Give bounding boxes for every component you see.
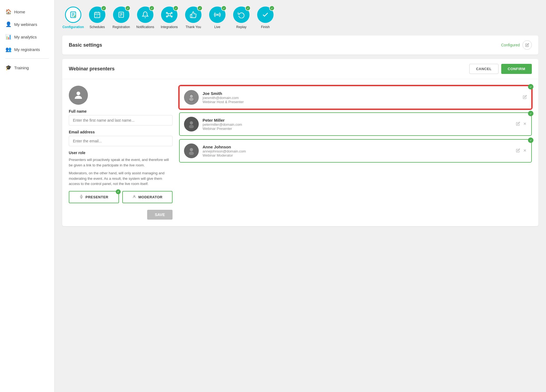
sidebar-item-my-analytics[interactable]: 📊 My analytics: [0, 31, 54, 43]
edit-icon-joe-smith[interactable]: [523, 95, 527, 100]
presenter-info-joe-smith: Joe Smith joesmith@domain.com Webinar Ho…: [203, 91, 519, 104]
sidebar-item-my-webinars[interactable]: 👤 My webinars: [0, 18, 54, 31]
step-check-registration: ✓: [125, 5, 130, 11]
basic-settings-card: Basic settings Configured: [62, 35, 538, 55]
presenter-email-peter-miller: petermiller@domain.com: [203, 122, 512, 127]
presenters-header: Webinar presenters CANCEL CONFIRM: [62, 59, 538, 79]
remove-icon-peter-miller[interactable]: [523, 122, 527, 127]
moderator-role-label: MODERATOR: [138, 195, 163, 199]
step-label-notifications: Notifications: [136, 25, 154, 29]
role-buttons: PRESENTER ✓ MODERATOR: [69, 191, 173, 203]
user-icon: [132, 195, 136, 199]
full-name-label: Full name: [69, 109, 173, 113]
presenter-check-badge-joe-smith: ✓: [528, 84, 533, 89]
svg-point-35: [190, 148, 193, 151]
presenter-name-peter-miller: Peter Miller: [203, 118, 512, 122]
wizard-step-notifications[interactable]: ✓ Notifications: [134, 7, 156, 29]
svg-point-32: [189, 125, 194, 128]
step-circle-replay: ✓: [233, 7, 250, 23]
presenter-role-peter-miller: Webinar Presenter: [203, 127, 512, 131]
sidebar-item-my-analytics-label: My analytics: [14, 35, 37, 39]
step-check-schedules: ✓: [101, 5, 106, 11]
presenter-role-label: PRESENTER: [85, 195, 108, 199]
form-avatar: [69, 86, 88, 105]
sidebar-item-my-registrants-label: My registrants: [14, 47, 40, 52]
svg-point-14: [166, 12, 167, 13]
wizard-step-replay[interactable]: ✓ Replay: [230, 7, 252, 29]
user-role-title: User role: [69, 151, 173, 155]
presenter-role-joe-smith: Webinar Host & Presenter: [203, 100, 519, 104]
svg-point-17: [171, 16, 172, 17]
edit-icon-peter-miller[interactable]: [516, 122, 520, 127]
home-icon: 🏠: [5, 9, 11, 15]
svg-point-31: [190, 121, 193, 125]
basic-settings-edit-button[interactable]: [523, 40, 532, 50]
presenter-check-badge: ✓: [116, 189, 121, 194]
moderator-role-button[interactable]: MODERATOR: [122, 191, 173, 203]
email-label: Email address: [69, 130, 173, 134]
sidebar-item-home[interactable]: 🏠 Home: [0, 5, 54, 18]
wizard-step-configuration[interactable]: Configuration: [62, 7, 84, 29]
step-label-replay: Replay: [236, 25, 246, 29]
main-content: Configuration 17 ✓ Schedules: [55, 0, 546, 392]
basic-settings-title: Basic settings: [69, 42, 102, 48]
confirm-button[interactable]: CONFIRM: [501, 64, 532, 74]
svg-point-15: [171, 12, 172, 13]
basic-settings-header: Basic settings Configured: [62, 35, 538, 55]
webinar-presenters-card: Webinar presenters CANCEL CONFIRM Full n…: [62, 59, 538, 226]
wizard-step-registration[interactable]: ✓ Registration: [110, 7, 132, 29]
sidebar-item-my-webinars-label: My webinars: [14, 22, 37, 27]
sidebar-item-home-label: Home: [14, 10, 25, 14]
presenter-list: Joe Smith joesmith@domain.com Webinar Ho…: [179, 86, 532, 220]
presenter-card-peter-miller[interactable]: Peter Miller petermiller@domain.com Webi…: [179, 112, 532, 136]
presenter-email-anne-johnson: annejohnson@domain.com: [203, 149, 512, 153]
wizard-step-integrations[interactable]: ✓ Integrations: [158, 7, 180, 29]
presenter-card-joe-smith[interactable]: Joe Smith joesmith@domain.com Webinar Ho…: [179, 86, 532, 109]
presenter-card-anne-johnson[interactable]: Anne Johnson annejohnson@domain.com Webi…: [179, 139, 532, 163]
user-role-desc2: Moderators, on the other hand, will only…: [69, 170, 173, 187]
svg-line-18: [168, 13, 169, 14]
wizard-step-thank-you[interactable]: ✓ Thank You: [182, 7, 204, 29]
presenter-check-badge-peter-miller: ✓: [528, 111, 533, 116]
svg-point-26: [133, 195, 135, 197]
sidebar-item-training[interactable]: 🎓 Training: [0, 61, 54, 74]
user-role-group: User role Presenters will proactively sp…: [69, 151, 173, 187]
step-circle-integrations: ✓: [161, 7, 177, 23]
presenter-role-anne-johnson: Webinar Moderator: [203, 153, 512, 157]
presenter-role-button[interactable]: PRESENTER ✓: [69, 191, 119, 203]
email-input[interactable]: [69, 136, 173, 146]
basic-settings-status: Configured: [501, 40, 532, 50]
step-circle-registration: ✓: [113, 7, 129, 23]
svg-point-29: [190, 95, 193, 98]
svg-line-19: [170, 13, 171, 14]
step-check-replay: ✓: [245, 5, 251, 11]
svg-point-16: [166, 16, 167, 17]
step-label-configuration: Configuration: [63, 25, 84, 29]
sidebar-divider: [5, 58, 49, 59]
wizard-step-schedules[interactable]: 17 ✓ Schedules: [86, 7, 108, 29]
step-check-notifications: ✓: [149, 5, 155, 11]
sidebar-item-training-label: Training: [14, 65, 29, 70]
wizard-step-live[interactable]: ✓ Live: [206, 7, 228, 29]
edit-icon-anne-johnson[interactable]: [516, 148, 520, 154]
analytics-icon: 📊: [5, 34, 11, 40]
presenter-avatar-joe-smith: [184, 90, 199, 105]
full-name-input[interactable]: [69, 115, 173, 125]
svg-point-30: [189, 98, 194, 101]
remove-icon-anne-johnson[interactable]: [523, 148, 527, 154]
cancel-button[interactable]: CANCEL: [469, 64, 498, 74]
svg-line-20: [168, 15, 169, 16]
step-check-live: ✓: [221, 5, 227, 11]
save-button[interactable]: SAVE: [147, 210, 173, 220]
status-configured: Configured: [501, 43, 520, 47]
webinar-icon: 👤: [5, 21, 11, 27]
step-label-schedules: Schedules: [90, 25, 105, 29]
email-group: Email address: [69, 130, 173, 146]
sidebar-item-my-registrants[interactable]: 👥 My registrants: [0, 43, 54, 56]
step-check-finish: ✓: [269, 5, 275, 11]
svg-point-23: [76, 92, 80, 95]
wizard-step-finish[interactable]: ✓ Finish: [254, 7, 276, 29]
presenter-email-joe-smith: joesmith@domain.com: [203, 96, 519, 100]
svg-point-22: [217, 14, 218, 15]
step-circle-notifications: ✓: [137, 7, 153, 23]
